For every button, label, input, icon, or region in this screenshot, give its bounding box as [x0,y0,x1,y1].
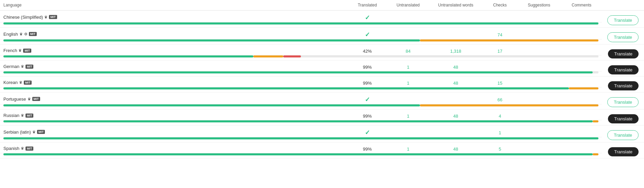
table-row-french-bottom [0,55,644,61]
table-row-chinese-simplified-top: Chinese (Simplified)♛MIT✓Translate [0,11,644,22]
translated-val-portuguese: ✓ [347,92,388,104]
crown-icon: ♛ [21,146,24,151]
untranslated-words-german: 48 [428,61,483,71]
mit-badge: MIT [32,97,40,101]
progress-bar-korean [0,87,602,92]
untranslated-words-russian: 48 [428,109,483,120]
progress-segment-orange [420,104,598,106]
lang-label-spanish: Spanish♛MIT [3,146,347,151]
progress-segment-orange [593,153,599,155]
translate-button-russian[interactable]: Translate [608,114,639,123]
translate-button-english[interactable]: Translate [607,32,639,42]
table-header-row: Language Translated Untranslated Untrans… [0,0,644,11]
checks-chinese-simplified [483,11,517,22]
translation-table: Language Translated Untranslated Untrans… [0,0,644,158]
crown-icon: ♛ [21,64,24,69]
translate-button-spanish[interactable]: Translate [608,147,639,156]
lang-label-korean: Korean♛MIT [3,80,347,85]
table-row-english-top: English♛⚙MIT✓74Translate [0,28,644,39]
table-row-chinese-simplified-bottom [0,22,644,28]
progress-bar-track [3,120,598,122]
lang-label-german: German♛MIT [3,64,347,69]
comments-spanish [561,142,602,153]
suggestions-english [517,28,561,39]
person-icon: ⚙ [24,32,28,36]
untranslated-portuguese [388,92,428,104]
crown-icon: ♛ [19,80,22,85]
progress-bar-serbian-latin [0,137,602,142]
translated-val-spanish: 99% [347,142,388,153]
table-row-spanish-bottom [0,153,644,158]
untranslated-serbian-latin [388,125,428,137]
mit-badge: MIT [26,114,34,118]
translate-button-serbian-latin[interactable]: Translate [607,130,639,140]
check-mark: ✓ [365,31,370,38]
table-row-german-top: German♛MIT99%148Translate [0,61,644,71]
translate-button-chinese-simplified[interactable]: Translate [607,15,639,25]
untranslated-french: 84 [388,45,428,55]
translate-button-korean[interactable]: Translate [608,81,639,90]
translate-button-french[interactable]: Translate [608,49,639,58]
checks-english: 74 [483,28,517,39]
translation-table-container: Language Translated Untranslated Untrans… [0,0,644,158]
progress-bar-track [3,153,598,155]
table-row-russian-bottom [0,120,644,125]
translate-button-portuguese[interactable]: Translate [607,97,639,107]
checks-portuguese: 66 [483,92,517,104]
mit-badge: MIT [26,65,34,69]
col-checks: Checks [483,0,517,11]
action-cell-french: Translate [602,45,644,61]
checks-korean: 15 [483,76,517,87]
action-cell-korean: Translate [602,76,644,92]
lang-label-english: English♛⚙MIT [3,32,347,37]
lang-name-chinese-simplified: Chinese (Simplified)♛MIT [0,11,347,22]
lang-name-english: English♛⚙MIT [0,28,347,39]
mit-badge: MIT [26,147,34,151]
lang-label-portuguese: Portuguese♛MIT [3,97,347,102]
untranslated-words-english [428,28,483,39]
lang-name-serbian-latin: Serbian (latin)♛MIT [0,125,347,137]
suggestions-russian [517,109,561,120]
lang-name-french: French♛MIT [0,45,347,55]
progress-segment-empty [593,71,599,73]
lang-name-russian: Russian♛MIT [0,109,347,120]
suggestions-spanish [517,142,561,153]
progress-bar-german [0,71,602,76]
progress-segment-green [3,137,598,139]
col-suggestions: Suggestions [517,0,561,11]
col-comments: Comments [561,0,602,11]
progress-bar-track [3,87,598,89]
lang-label-french: French♛MIT [3,48,347,53]
comments-chinese-simplified [561,11,602,22]
table-row-portuguese-bottom [0,104,644,109]
progress-segment-green [3,55,253,57]
progress-bar-track [3,137,598,139]
translate-button-german[interactable]: Translate [608,65,639,74]
col-action [602,0,644,11]
progress-bar-track [3,39,598,41]
crown-icon: ♛ [44,15,48,19]
suggestions-serbian-latin [517,125,561,137]
untranslated-words-spanish: 48 [428,142,483,153]
check-mark: ✓ [365,129,370,136]
progress-segment-green [3,153,593,155]
col-translated: Translated [347,0,388,11]
untranslated-words-french: 1,318 [428,45,483,55]
untranslated-spanish: 1 [388,142,428,153]
translated-val-serbian-latin: ✓ [347,125,388,137]
lang-label-chinese-simplified: Chinese (Simplified)♛MIT [3,15,347,20]
progress-bar-chinese-simplified [0,22,602,28]
crown-icon: ♛ [28,97,31,101]
action-cell-russian: Translate [602,109,644,125]
crown-icon: ♛ [32,130,36,134]
table-row-serbian-latin-bottom [0,137,644,142]
progress-segment-green [3,104,420,106]
crown-icon: ♛ [19,32,23,36]
untranslated-words-korean: 48 [428,76,483,87]
col-untranslated-words: Untranslated words [428,0,483,11]
table-row-spanish-top: Spanish♛MIT99%1485Translate [0,142,644,153]
progress-bar-spanish [0,153,602,158]
progress-segment-green [3,71,593,73]
progress-bar-english [0,39,602,45]
comments-english [561,28,602,39]
